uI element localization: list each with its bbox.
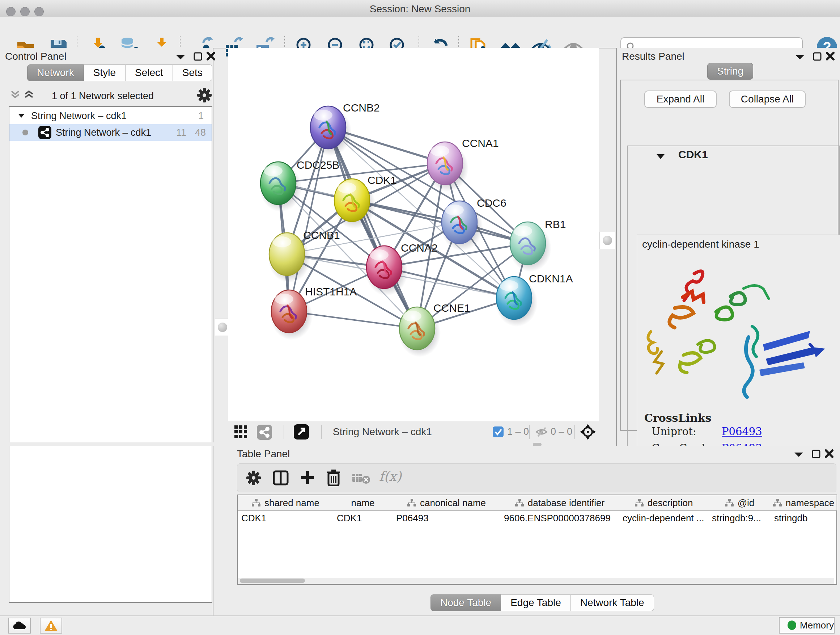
network-row-selected[interactable]: String Network – cdk1 11 48 [9,124,212,141]
node-CDK1[interactable] [334,179,370,222]
column-header-description[interactable]: description [619,495,709,510]
node-label-CCNA2: CCNA2 [401,242,438,254]
table-cell[interactable]: CDK1 [238,510,333,526]
network-canvas[interactable]: CCNB2CCNA1CDC25BCDK1CDC6RB1CCNB1CCNA2CDK… [228,48,599,421]
column-header-name[interactable]: name [333,495,393,510]
tab-string[interactable]: String [707,63,753,80]
string-network-graph[interactable]: CCNB2CCNA1CDC25BCDK1CDC6RB1CCNB1CCNA2CDK… [228,48,599,421]
automation-cloud-button[interactable] [8,618,31,633]
panel-menu-icon[interactable] [794,451,804,458]
table-cell[interactable]: CDK1 [333,510,393,526]
network-view-title: String Network – cdk1 [333,426,432,438]
fit-selected-crosshair-icon[interactable] [579,424,596,440]
edge-count: 48 [195,127,206,138]
tab-select[interactable]: Select [126,65,173,81]
float-panel-icon[interactable] [811,449,821,459]
tab-sets[interactable]: Sets [173,65,212,81]
network-view-icon[interactable] [257,424,272,440]
table-cell[interactable]: stringdb:9... [708,510,771,526]
column-header-@id[interactable]: @id [708,495,771,510]
collection-count: 1 [198,111,204,122]
edge-CCNB2-CCNE1[interactable] [328,127,417,328]
node-RB1[interactable] [510,222,546,264]
create-column-icon[interactable] [300,470,316,486]
close-panel-icon[interactable] [824,449,834,458]
node-CCNB1[interactable] [269,233,305,276]
network-view-toolbar: String Network – cdk1 1 – 0 0 – 0 [228,421,599,443]
left-splitter[interactable] [213,48,228,616]
expand-all-button[interactable]: Expand All [644,90,717,108]
table-cell[interactable]: stringdb [771,510,836,526]
node-CCNE1[interactable] [399,307,435,350]
section-collapse-icon[interactable] [656,154,665,160]
node-label-RB1: RB1 [545,218,566,230]
gene-section: CDK1 cyclin-dependent kinase 1 [627,146,840,459]
float-panel-icon[interactable] [812,51,822,62]
node-CCNB2[interactable] [310,106,346,149]
panel-menu-icon[interactable] [795,54,805,61]
tab-edge-table[interactable]: Edge Table [501,594,571,611]
node-label-CCNA1: CCNA1 [462,137,499,149]
warnings-button[interactable] [40,618,62,633]
edge-CCNB2-HIST1H1A[interactable] [289,127,328,311]
table-cell[interactable]: 9606.ENSP00000378699 [500,510,619,526]
memory-button[interactable]: Memory [779,617,835,633]
network-label: String Network – cdk1 [56,127,151,138]
string-network-icon [38,126,51,139]
tab-node-table[interactable]: Node Table [431,594,501,611]
node-CCNA1[interactable] [427,142,463,185]
grid-view-icon[interactable] [234,425,248,439]
node-count: 11 [176,127,186,138]
node-CCNA2[interactable] [366,246,402,288]
node-label-CCNB2: CCNB2 [343,102,380,114]
crosslink-link[interactable]: P06493 [722,425,762,438]
panel-menu-icon[interactable] [175,54,186,61]
tab-style[interactable]: Style [84,65,126,81]
node-label-CDK1: CDK1 [368,174,396,186]
table-tabs: Node TableEdge TableNetwork Table [431,594,654,611]
table-toolbar: f(x) [237,463,836,492]
column-header-shared-name[interactable]: shared name [238,495,333,510]
column-header-namespace[interactable]: namespace [771,495,837,510]
network-options-gear-icon[interactable] [197,88,212,103]
selected-checkbox-icon[interactable] [493,426,504,437]
cloud-icon [12,621,27,631]
right-splitter[interactable] [599,48,616,442]
crosslink-label: Uniprot: [652,425,696,438]
float-panel-icon[interactable] [193,51,203,62]
node-CDC6[interactable] [442,201,477,244]
close-panel-icon[interactable] [826,51,835,61]
node-CDKN1A[interactable] [496,277,532,319]
control-panel-title: Control Panel [5,51,66,62]
column-header-database-identifier[interactable]: database identifier [500,495,619,510]
tab-network[interactable]: Network [27,65,84,81]
network-status-dot [22,130,28,135]
main-toolbar: ? [0,17,840,49]
table-cell[interactable]: P06493 [393,510,500,526]
node-table[interactable]: shared namenamecanonical namedatabase id… [237,494,837,585]
table-panel: Table Panel f(x) shared namenamecanonica… [234,446,840,614]
gene-name: CDK1 [678,149,708,161]
node-CDC25B[interactable] [261,162,296,204]
collapse-all-button[interactable]: Collapse All [729,90,806,108]
collapse-arrow-icon[interactable] [17,113,25,119]
delete-column-icon[interactable] [326,469,341,486]
node-HIST1H1A[interactable] [271,290,307,333]
horizontal-scrollbar[interactable] [238,578,834,584]
network-collection-row[interactable]: String Network – cdk1 1 [9,108,212,124]
delete-table-icon[interactable] [352,472,370,484]
hidden-eye-icon [535,426,548,437]
table-panel-title: Table Panel [237,448,290,460]
column-header-canonical-name[interactable]: canonical name [393,495,501,510]
status-bar: Memory [0,616,840,635]
tab-network-table[interactable]: Network Table [571,594,654,611]
function-builder-icon[interactable]: f(x) [379,469,401,484]
birds-eye-view-icon[interactable] [294,424,309,440]
scrollbar-thumb[interactable] [240,578,305,583]
show-columns-icon[interactable] [273,470,289,486]
table-cell[interactable]: cyclin-dependent ... [619,510,708,526]
selected-counts: 1 – 0 [507,426,529,437]
memory-status-dot [788,621,796,630]
window-title: Session: New Session [0,3,840,15]
table-options-gear-icon[interactable] [246,470,261,486]
